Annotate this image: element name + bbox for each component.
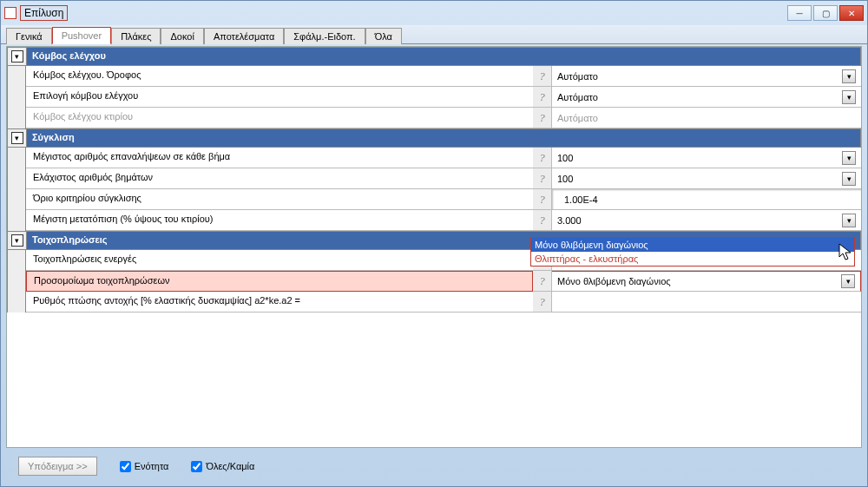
tab-general[interactable]: Γενικά (6, 28, 52, 44)
checkbox-label: Όλες/Καμία (206, 461, 254, 471)
chevron-down-icon[interactable]: ▾ (842, 151, 856, 165)
tab-results[interactable]: Αποτελέσματα (204, 28, 284, 44)
group-title: Σύγκλιση (26, 128, 861, 148)
value-text: 1.00E-4 (564, 194, 598, 205)
tab-bar: Γενικά Pushover Πλάκες Δοκοί Αποτελέσματ… (1, 25, 867, 44)
help-icon[interactable]: ? (533, 168, 552, 189)
tab-pushover[interactable]: Pushover (52, 27, 111, 44)
value-text: 100 (557, 174, 573, 184)
chevron-down-icon[interactable]: ▾ (841, 274, 855, 288)
footer: Υπόδειγμα >> Ενότητα Όλες/Καμία (6, 451, 862, 481)
close-button[interactable]: ✕ (839, 5, 864, 21)
row-label: Ρυθμός πτώσης αντοχής [% ελαστικής δυσκα… (26, 292, 533, 313)
value-cell[interactable]: Αυτόματο ▾ (552, 87, 861, 108)
value-cell[interactable]: 1.00E-4 (552, 189, 861, 210)
value-cell[interactable]: 100 ▾ (552, 148, 861, 168)
value-text: Αυτόματο (557, 92, 598, 102)
value-text: 3.000 (557, 215, 582, 226)
row-label: Όριο κριτηρίου σύγκλισης (26, 189, 533, 210)
collapse-icon[interactable]: ▾ (11, 132, 23, 144)
group-convergence: ▾ Σύγκλιση Μέγιστος αριθμός επαναλήψεων … (7, 128, 861, 231)
row-label: Προσομοίωμα τοιχοπληρώσεων (26, 271, 533, 292)
tab-slabs[interactable]: Πλάκες (111, 28, 161, 44)
help-icon[interactable]: ? (533, 271, 552, 292)
group-control-node: ▾ Κόμβος ελέγχου Κόμβος ελέγχου. Όροφος … (7, 47, 861, 128)
chevron-down-icon[interactable]: ▾ (842, 214, 856, 227)
help-icon[interactable]: ? (533, 87, 552, 108)
tab-beams[interactable]: Δοκοί (161, 28, 203, 44)
tab-all[interactable]: Όλα (365, 28, 402, 44)
titlebar: Επίλυση ─ ▢ ✕ (1, 1, 867, 25)
chevron-down-icon[interactable]: ▾ (842, 172, 856, 186)
collapse-icon[interactable]: ▾ (11, 50, 23, 63)
section-checkbox-input[interactable] (120, 461, 131, 472)
row-label: Ελάχιστος αριθμός βημάτων (26, 168, 533, 189)
chevron-down-icon[interactable]: ▾ (842, 90, 856, 104)
help-icon[interactable]: ? (533, 210, 552, 231)
row-label: Μέγιστος αριθμός επαναλήψεων σε κάθε βήμ… (26, 148, 533, 168)
row-label: Κόμβος ελέγχου κτιρίου (26, 108, 533, 128)
tab-errors[interactable]: Σφάλμ.-Ειδοπ. (284, 28, 365, 44)
value-cell[interactable] (552, 292, 861, 313)
row-label: Τοιχοπληρώσεις ενεργές (26, 250, 533, 271)
cursor-icon (838, 243, 854, 262)
all-none-checkbox-input[interactable] (191, 461, 202, 472)
value-text: Αυτόματο (557, 71, 598, 82)
dropdown-option[interactable]: Θλιπτήρας - ελκυστήρας (531, 252, 854, 266)
value-cell[interactable]: 100 ▾ (552, 168, 861, 189)
value-text: Αυτόματο (557, 113, 598, 123)
dropdown-open[interactable]: Μόνο θλιβόμενη διαγώνιος Θλιπτήρας - ελκ… (530, 237, 855, 267)
minimize-button[interactable]: ─ (787, 5, 812, 21)
chevron-down-icon[interactable]: ▾ (842, 69, 856, 83)
help-icon[interactable]: ? (533, 66, 552, 87)
value-cell: Αυτόματο (552, 108, 861, 128)
help-icon[interactable]: ? (533, 148, 552, 168)
help-icon[interactable]: ? (533, 292, 552, 313)
window: Επίλυση ─ ▢ ✕ Γενικά Pushover Πλάκες Δοκ… (0, 0, 868, 487)
window-controls: ─ ▢ ✕ (787, 5, 864, 21)
checkbox-label: Ενότητα (135, 461, 169, 471)
collapse-icon[interactable]: ▾ (11, 234, 23, 247)
row-label: Επιλογή κόμβου ελέγχου (26, 87, 533, 108)
content-panel: ▾ Κόμβος ελέγχου Κόμβος ελέγχου. Όροφος … (6, 46, 862, 448)
row-label: Κόμβος ελέγχου. Όροφος (26, 66, 533, 87)
window-title: Επίλυση (20, 5, 68, 21)
value-cell[interactable]: Αυτόματο ▾ (552, 66, 861, 87)
value-cell[interactable]: Μόνο θλιβόμενη διαγώνιος ▾ (552, 271, 861, 292)
dropdown-option[interactable]: Μόνο θλιβόμενη διαγώνιος (531, 238, 854, 252)
app-icon (4, 7, 16, 19)
value-text: 100 (557, 153, 573, 163)
row-label: Μέγιστη μετατόπιση (% ύψους του κτιρίου) (26, 210, 533, 231)
help-icon[interactable]: ? (533, 189, 552, 210)
value-cell[interactable]: 3.000 ▾ (552, 210, 861, 231)
value-text: Μόνο θλιβόμενη διαγώνιος (557, 276, 671, 286)
section-checkbox[interactable]: Ενότητα (120, 461, 169, 472)
example-button[interactable]: Υπόδειγμα >> (18, 457, 97, 476)
all-none-checkbox[interactable]: Όλες/Καμία (191, 461, 254, 472)
maximize-button[interactable]: ▢ (813, 5, 838, 21)
help-icon: ? (533, 108, 552, 128)
group-title: Κόμβος ελέγχου (26, 47, 861, 66)
